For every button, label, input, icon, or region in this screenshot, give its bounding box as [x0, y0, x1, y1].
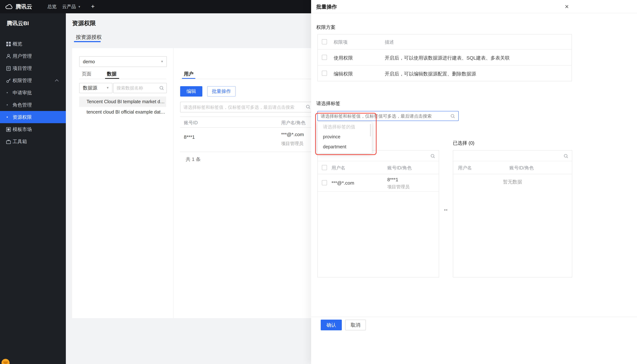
sidebar-item-project-management[interactable]: 项目管理: [0, 62, 66, 74]
chevron-down-icon: ▼: [78, 0, 81, 14]
column-header-permission: 权限项: [334, 39, 348, 46]
active-tab-underline: [182, 78, 195, 79]
tag-filter-input[interactable]: [318, 111, 458, 120]
sidebar-item-resource-permission[interactable]: 资源权限: [0, 111, 66, 123]
permission-row-use: 使用权限 开启后，可以使用该数据源进行建表、SQL建表、多表关联: [318, 50, 572, 66]
cell-account-id: 8***1: [184, 134, 195, 140]
transfer-source-row[interactable]: ***@*.com 8***1 项目管理员: [318, 174, 439, 192]
project-icon: [6, 66, 11, 71]
column-header-username: 用户名: [332, 165, 345, 171]
tab-by-resource[interactable]: 按资源授权: [76, 34, 102, 41]
project-select-value: demo: [83, 56, 95, 66]
permission-desc: 开启后，可以编辑数据源配置、删除数据源: [385, 71, 476, 77]
batch-operation-drawer: 批量操作 × 权限方案 权限项 描述 使用权限 开启后，可以使用该数据源进行建表…: [311, 0, 637, 364]
tabbar-divider: [79, 79, 166, 79]
active-tab-underline: [74, 41, 100, 42]
sidebar-item-label: 权限管理: [12, 74, 32, 86]
column-header-id-role: 账号ID/角色: [510, 165, 534, 171]
table-border: [180, 127, 324, 128]
sidebar-item-apply-approval[interactable]: 申请审批: [0, 86, 66, 99]
panel-divider: [173, 48, 174, 318]
active-subtab-underline: [105, 78, 119, 79]
add-tab-button[interactable]: +: [91, 0, 95, 13]
tag-value-dropdown: 请选择标签的值 province department: [318, 122, 372, 154]
project-select[interactable]: demo ▼: [79, 56, 167, 67]
grid-icon: [6, 42, 11, 46]
row-checkbox[interactable]: [322, 180, 327, 185]
total-count: 共 1 条: [186, 156, 201, 163]
cancel-button[interactable]: 取消: [345, 320, 366, 330]
permission-desc: 开启后，可以使用该数据源进行建表、SQL建表、多表关联: [385, 55, 510, 62]
select-tag-label: 请选择标签: [316, 100, 340, 107]
cell-role: 项目管理员: [281, 140, 303, 147]
brand-title: 腾讯云: [16, 0, 32, 13]
sidebar-item-overview[interactable]: 概览: [0, 38, 66, 50]
sidebar-item-role-management[interactable]: 角色管理: [0, 99, 66, 111]
tabbar-divider: [180, 79, 324, 79]
cell-username: ***@*.com: [332, 180, 354, 186]
tab-data[interactable]: 数据: [107, 71, 116, 77]
datasource-select-value: 数据源: [83, 83, 97, 93]
permission-name: 编辑权限: [334, 71, 353, 77]
topnav-products[interactable]: 云产品▼: [62, 0, 81, 14]
sidebar-item-label: 用户管理: [12, 50, 32, 62]
tag-search-input[interactable]: [180, 102, 314, 112]
search-icon: [564, 154, 568, 159]
sidebar-item-user-management[interactable]: 用户管理: [0, 50, 66, 62]
chevron-down-icon: ▼: [160, 56, 164, 66]
permission-row-edit: 编辑权限 开启后，可以编辑数据源配置、删除数据源: [318, 66, 572, 82]
data-search-field: [113, 83, 167, 93]
column-header-username: 用户名: [458, 165, 472, 171]
close-icon[interactable]: ×: [565, 0, 569, 13]
sidebar-item-permission-management[interactable]: 权限管理: [0, 74, 66, 86]
tag-search-field: [180, 102, 314, 112]
dropdown-option-province[interactable]: province: [318, 132, 372, 142]
edit-permission-checkbox[interactable]: [322, 71, 327, 76]
sidebar-item-label: 资源权限: [12, 111, 32, 123]
batch-operation-button[interactable]: 批量操作: [207, 86, 236, 96]
edit-button[interactable]: 编辑: [180, 86, 202, 96]
dropdown-option-department[interactable]: department: [318, 142, 372, 152]
bullet-icon: [7, 92, 8, 93]
permission-scheme-label: 权限方案: [316, 24, 336, 31]
use-permission-checkbox[interactable]: [322, 55, 327, 60]
column-header-account: 账号ID: [184, 120, 198, 126]
datasource-list-item[interactable]: tencent cloud BI official example data s…: [79, 107, 166, 117]
select-all-checkbox[interactable]: [322, 165, 327, 170]
cell-account-id: 8***1: [387, 177, 398, 182]
table-border: [180, 116, 324, 117]
transfer-source-header: 用户名 账号ID/角色: [318, 161, 439, 174]
selected-count-label: 已选择 (0): [453, 140, 474, 146]
column-header-id-role: 账号ID/角色: [387, 165, 412, 171]
chevron-up-icon: [55, 79, 59, 83]
drawer-header: [311, 0, 637, 13]
key-icon: [6, 78, 11, 83]
dropdown-hint: 请选择标签的值: [318, 122, 372, 132]
cell-username: ***@*.com: [281, 132, 304, 137]
select-all-checkbox[interactable]: [322, 39, 327, 44]
product-title: 腾讯云BI: [7, 20, 29, 27]
tab-users[interactable]: 用户: [184, 71, 194, 77]
bullet-icon: [7, 116, 8, 118]
transfer-target-header: 用户名 账号ID/角色: [453, 161, 572, 174]
sidebar-item-toolbox[interactable]: 工具箱: [0, 136, 66, 148]
transfer-target-search[interactable]: [453, 150, 572, 161]
drawer-title: 批量操作: [316, 0, 337, 13]
sidebar-item-template-market[interactable]: 模板市场: [0, 123, 66, 136]
column-header-description: 描述: [385, 39, 394, 46]
topnav-products-label: 云产品: [62, 4, 76, 9]
scrollbar-thumb[interactable]: [370, 124, 371, 136]
tab-page[interactable]: 页面: [82, 71, 91, 77]
data-search-input[interactable]: [114, 83, 166, 93]
app-root: 腾讯云 总览 云产品▼ + 腾讯云BI 概览 用户管理 项目管理: [0, 0, 637, 364]
bullet-icon: [7, 104, 8, 106]
chevron-down-icon: ▼: [106, 83, 109, 93]
topnav-overview[interactable]: 总览: [47, 0, 56, 13]
confirm-button[interactable]: 确认: [321, 320, 342, 330]
datasource-list-item[interactable]: Tencent Cloud BI template market data...: [79, 96, 166, 107]
sidebar-item-label: 申请审批: [12, 86, 32, 99]
datasource-select[interactable]: 数据源 ▼: [79, 83, 112, 93]
sidebar-item-label: 概览: [12, 38, 22, 50]
permission-name: 使用权限: [334, 55, 353, 62]
sidebar: 腾讯云BI 概览 用户管理 项目管理 权限管理: [0, 13, 66, 364]
